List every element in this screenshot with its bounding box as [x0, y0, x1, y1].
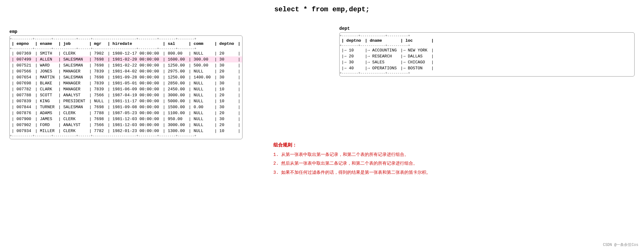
emp-cell-0-deptno: | 20 — [213, 51, 236, 56]
dept-cell-3-deptno: |→ 40 — [340, 65, 363, 71]
dept-cell-0-dname: |→ ACCOUNTING — [363, 47, 398, 53]
emp-cell-8-comm: | NULL — [187, 98, 213, 104]
emp-cell-7-hiredate: | 1987-04-19 00:00:00 — [106, 92, 161, 98]
emp-cell-10-deptno: | 20 — [213, 110, 236, 116]
emp-cell-4-sal: | 1250.00 — [161, 74, 187, 80]
emp-cell-3-comm: | NULL — [187, 68, 213, 74]
dept-cell-0-loc: |→ NEW YORK — [399, 47, 429, 53]
emp-row-6: | 007782| CLARK| MANAGER| 7839| 1981-06-… — [10, 86, 242, 92]
emp-cell-4-ename: | MARTIN — [33, 74, 56, 80]
dept-header-loc: | loc — [399, 38, 429, 44]
dept-row-0: |→ 10|→ ACCOUNTING|→ NEW YORK| — [340, 47, 435, 53]
emp-header-hiredate: | hiredate — [106, 41, 161, 47]
emp-cell-12-job: | ANALYST — [57, 122, 87, 128]
emp-cell-0-hiredate: | 1980-12-17 00:00:00 — [106, 51, 161, 56]
emp-cell-13-ename: | MILLER — [33, 128, 56, 134]
emp-cell-0-mgr: | 7902 — [87, 51, 106, 56]
emp-cell-7-empno: | 007788 — [10, 92, 33, 98]
emp-row-10: | 007876| ADAMS| CLERK| 7788| 1987-05-23… — [10, 110, 242, 116]
emp-dept-arrowhead-4 — [338, 78, 340, 80]
emp-header-comm: | comm — [187, 41, 213, 47]
dept-sep-top: +--------+------------+----------+ — [340, 34, 435, 38]
emp-cell-11-ename: | JAMES — [33, 116, 56, 122]
emp-cell-11-hiredate: | 1981-12-03 00:00:00 — [106, 116, 161, 122]
emp-cell-8-hiredate: | 1981-11-17 00:00:00 — [106, 98, 161, 104]
emp-cell-7-ename: | SCOTT — [33, 92, 56, 98]
emp-cell-1-ename: | ALLEN — [33, 56, 56, 62]
dept-sep-mid: +--------+------------+----------+ — [340, 44, 435, 47]
emp-dept-arrow-4 — [237, 79, 340, 94]
emp-cell-1-comm: | 300.00 — [187, 56, 213, 62]
emp-cell-2-mgr: | 7698 — [87, 62, 106, 68]
emp-cell-10-hiredate: | 1987-05-23 00:00:00 — [106, 110, 161, 116]
info-title: 组合规则： — [273, 142, 512, 148]
emp-dept-arrow-6 — [237, 67, 340, 106]
emp-cell-5-mgr: | 7839 — [87, 80, 106, 86]
info-item-0: 1. 从第一张表中取出第一条记录，和第二个表的所有记录进行组合。 — [273, 151, 512, 158]
emp-dept-arrow-11 — [237, 79, 340, 136]
dept-cell-2-deptno: |→ 30 — [340, 59, 363, 65]
emp-cell-0-empno: | 007369 — [10, 51, 33, 56]
emp-cell-2-sal: | 1250.00 — [161, 62, 187, 68]
emp-cell-3-sal: | 2975.00 — [161, 68, 187, 74]
dept-cell-1-loc: |→ DALLAS — [399, 53, 429, 59]
emp-cell-6-sal: | 2450.00 — [161, 86, 187, 92]
emp-cell-4-empno: | 007654 — [10, 74, 33, 80]
emp-cell-10-mgr: | 7788 — [87, 110, 106, 116]
emp-cell-12-comm: | NULL — [187, 122, 213, 128]
emp-cell-13-job: | CLERK — [57, 128, 87, 134]
emp-dept-arrow-1 — [237, 76, 340, 79]
emp-row-3: | 007566| JONES| MANAGER| 7839| 1981-04-… — [10, 68, 242, 74]
info-item-1: 2. 然后从第一张表中取出第二条记录，和第二个表的所有记录进行组合。 — [273, 160, 512, 167]
dept-label: dept — [339, 26, 350, 31]
emp-cell-7-deptno: | 20 — [213, 92, 236, 98]
emp-cell-3-empno: | 007566 — [10, 68, 33, 74]
emp-header-job: | job — [57, 41, 87, 47]
dept-row-1: |→ 20|→ RESEARCH|→ DALLAS| — [340, 53, 435, 59]
emp-dept-arrow-10 — [237, 73, 340, 130]
emp-cell-8-ename: | KING — [33, 98, 56, 104]
emp-cell-3-mgr: | 7839 — [87, 68, 106, 74]
emp-cell-4-mgr: | 7698 — [87, 74, 106, 80]
emp-dept-arrow-2 — [237, 79, 340, 82]
dept-cell-2-dname: |→ SALES — [363, 59, 398, 65]
emp-cell-5-comm: | NULL — [187, 80, 213, 86]
emp-dept-arrowhead-1 — [338, 78, 340, 80]
emp-row-12: | 007902| FORD| ANALYST| 7566| 1981-12-0… — [10, 122, 242, 128]
emp-cell-11-sal: | 950.00 — [161, 116, 187, 122]
emp-cell-9-deptno: | 30 — [213, 104, 236, 110]
emp-row-9: | 007844| TURNER| SALESMAN| 7698| 1981-0… — [10, 104, 242, 110]
emp-dept-arrowhead-11 — [338, 79, 340, 81]
emp-cell-4-hiredate: | 1981-09-28 00:00:00 — [106, 74, 161, 80]
dept-sep-bottom: +--------+------------+----------+ — [340, 71, 435, 75]
emp-cell-8-mgr: | NULL — [87, 98, 106, 104]
dept-cell-1-dname: |→ RESEARCH — [363, 53, 398, 59]
emp-cell-1-mgr: | 7698 — [87, 56, 106, 62]
emp-sep-mid: +----------+--------+-----------+------+… — [10, 47, 242, 51]
emp-cell-5-job: | MANAGER — [57, 80, 87, 86]
emp-cell-4-deptno: | 30 — [213, 74, 236, 80]
emp-row-2: | 007521| WARD| SALESMAN| 7698| 1981-02-… — [10, 62, 242, 68]
emp-cell-11-comm: | NULL — [187, 116, 213, 122]
emp-cell-6-mgr: | 7839 — [87, 86, 106, 92]
emp-row-5: | 007698| BLAKE| MANAGER| 7839| 1981-05-… — [10, 80, 242, 86]
emp-cell-2-empno: | 007521 — [10, 62, 33, 68]
emp-cell-2-deptno: | 30 — [213, 62, 236, 68]
emp-cell-2-ename: | WARD — [33, 62, 56, 68]
dept-cell-0-deptno: |→ 10 — [340, 47, 363, 53]
dept-row-2: |→ 30|→ SALES|→ CHICAGO| — [340, 59, 435, 65]
emp-cell-4-job: | SALESMAN — [57, 74, 87, 80]
emp-cell-8-empno: | 007839 — [10, 98, 33, 104]
emp-cell-12-empno: | 007902 — [10, 122, 33, 128]
emp-row-13: | 007934| MILLER| CLERK| 7782| 1982-01-2… — [10, 128, 242, 134]
emp-cell-3-job: | MANAGER — [57, 68, 87, 74]
emp-cell-9-ename: | TURNER — [33, 104, 56, 110]
emp-cell-5-ename: | BLAKE — [33, 80, 56, 86]
emp-dept-arrowhead-5 — [338, 78, 340, 80]
emp-cell-12-deptno: | 20 — [213, 122, 236, 128]
emp-cell-6-ename: | CLARK — [33, 86, 56, 92]
emp-row-7: | 007788| SCOTT| ANALYST| 7566| 1987-04-… — [10, 92, 242, 98]
info-section: 组合规则： 1. 从第一张表中取出第一条记录，和第二个表的所有记录进行组合。2.… — [273, 142, 512, 178]
emp-cell-11-deptno: | 30 — [213, 116, 236, 122]
emp-cell-0-ename: | SMITH — [33, 51, 56, 56]
